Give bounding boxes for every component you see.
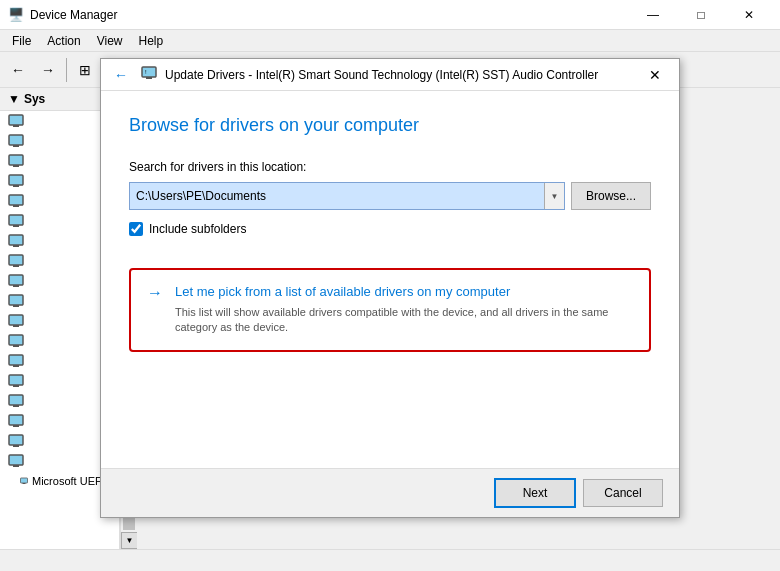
link-option-description: This list will show available drivers co… [175,305,633,336]
monitor-icon [8,354,24,368]
svg-rect-16 [9,275,23,285]
monitor-icon [8,154,24,168]
svg-rect-31 [13,425,19,427]
tree-expand-icon: ▼ [8,92,20,106]
link-option-title[interactable]: Let me pick from a list of available dri… [175,284,633,299]
svg-rect-8 [9,195,23,205]
menu-help[interactable]: Help [131,32,172,50]
svg-rect-24 [9,355,23,365]
svg-rect-2 [9,135,23,145]
monitor-icon [8,274,24,288]
svg-rect-6 [9,175,23,185]
svg-rect-1 [13,125,19,127]
svg-rect-26 [9,375,23,385]
toolbar-separator-1 [66,58,67,82]
dialog-back-button[interactable]: ← [109,63,133,87]
svg-rect-9 [13,205,19,207]
svg-rect-0 [9,115,23,125]
svg-rect-23 [13,345,19,347]
svg-rect-12 [9,235,23,245]
monitor-icon [8,234,24,248]
menu-file[interactable]: File [4,32,39,50]
monitor-icon [8,134,24,148]
svg-rect-37 [23,483,26,484]
menu-action[interactable]: Action [39,32,88,50]
link-option-box[interactable]: → Let me pick from a list of available d… [129,268,651,352]
svg-rect-19 [13,305,19,307]
scrollbar-down-button[interactable]: ▼ [121,532,138,549]
svg-rect-22 [9,335,23,345]
svg-rect-35 [13,465,19,467]
monitor-icon [8,214,24,228]
monitor-icon [8,374,24,388]
monitor-icon [8,394,24,408]
title-bar-controls: — □ ✕ [630,0,772,30]
search-label: Search for drivers in this location: [129,160,651,174]
dialog-footer: Next Cancel [101,468,679,517]
menu-view[interactable]: View [89,32,131,50]
dialog-title-left: ← ! Update Drivers - Intel(R) Smart Soun… [109,63,598,87]
monitor-icon [8,294,24,308]
browse-button[interactable]: Browse... [571,182,651,210]
maximize-button[interactable]: □ [678,0,724,30]
dialog-title-bar: ← ! Update Drivers - Intel(R) Smart Soun… [101,59,679,91]
monitor-icon [8,174,24,188]
svg-rect-7 [13,185,19,187]
toolbar-forward-button[interactable]: → [34,56,62,84]
monitor-icon [8,334,24,348]
close-button[interactable]: ✕ [726,0,772,30]
svg-rect-29 [13,405,19,407]
svg-rect-21 [13,325,19,327]
svg-rect-17 [13,285,19,287]
include-subfolders-label[interactable]: Include subfolders [149,222,246,236]
path-dropdown-button[interactable]: ▼ [544,183,564,209]
dialog-title-text: Update Drivers - Intel(R) Smart Sound Te… [165,68,598,82]
monitor-icon [8,114,24,128]
svg-rect-39 [146,77,152,79]
svg-rect-13 [13,245,19,247]
monitor-icon [20,474,28,488]
cancel-button[interactable]: Cancel [583,479,663,507]
monitor-icon [8,314,24,328]
svg-rect-10 [9,215,23,225]
menu-bar: File Action View Help [0,30,780,52]
svg-rect-18 [9,295,23,305]
window-title: Device Manager [30,8,117,22]
checkbox-row: Include subfolders [129,222,651,236]
toolbar-tree-button[interactable]: ⊞ [71,56,99,84]
svg-rect-3 [13,145,19,147]
toolbar-back-button[interactable]: ← [4,56,32,84]
svg-rect-5 [13,165,19,167]
link-option-content: Let me pick from a list of available dri… [175,284,633,336]
svg-rect-20 [9,315,23,325]
status-bar [0,549,780,571]
path-input-wrapper: ▼ [129,182,565,210]
svg-rect-28 [9,395,23,405]
minimize-button[interactable]: — [630,0,676,30]
svg-rect-15 [13,265,19,267]
include-subfolders-checkbox[interactable] [129,222,143,236]
dialog-heading: Browse for drivers on your computer [129,115,651,136]
svg-rect-14 [9,255,23,265]
svg-rect-30 [9,415,23,425]
path-row: ▼ Browse... [129,182,651,210]
dialog-body: Browse for drivers on your computer Sear… [101,91,679,468]
monitor-icon [8,194,24,208]
link-arrow-icon: → [147,284,163,302]
svg-rect-34 [9,455,23,465]
svg-rect-33 [13,445,19,447]
svg-rect-36 [21,478,28,483]
title-bar: 🖥️ Device Manager — □ ✕ [0,0,780,30]
svg-rect-11 [13,225,19,227]
monitor-icon [8,254,24,268]
svg-rect-27 [13,385,19,387]
tree-header-label: Sys [24,92,45,106]
next-button[interactable]: Next [495,479,575,507]
window-icon: 🖥️ [8,7,24,22]
dialog-close-button[interactable]: ✕ [639,59,671,91]
monitor-icon [8,454,24,468]
svg-rect-4 [9,155,23,165]
svg-rect-25 [13,365,19,367]
path-input[interactable] [130,183,544,209]
monitor-icon [8,414,24,428]
